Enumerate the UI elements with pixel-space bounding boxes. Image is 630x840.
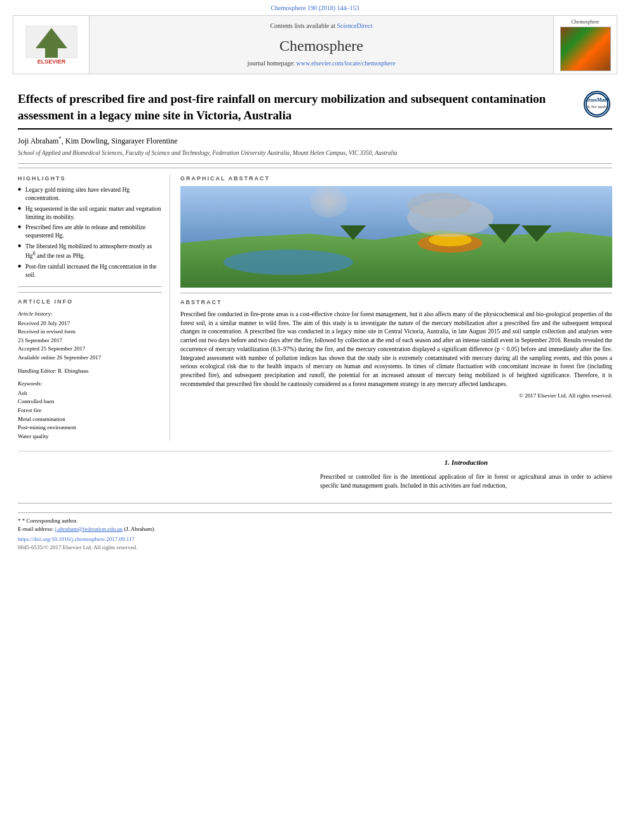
journal-ref-bar: Chemosphere 190 (2018) 144–153 <box>0 0 630 15</box>
email-link[interactable]: j.abraham@federation.edu.au <box>55 526 123 532</box>
authors: Joji Abraham*, Kim Dowling, Singarayer F… <box>18 135 612 147</box>
ga-svg <box>180 186 612 288</box>
intro-section-title: 1. Introduction <box>320 458 612 467</box>
accepted-date: Accepted 25 September 2017 <box>18 345 162 353</box>
svg-text:click for updates: click for updates <box>586 104 608 109</box>
sciencedirect-url[interactable]: ScienceDirect <box>337 22 372 29</box>
corresponding-note: * * Corresponding author. <box>18 517 612 525</box>
abstract-text: Prescribed fire conducted in fire-prone … <box>180 310 612 400</box>
footer-section: * * Corresponding author. E-mail address… <box>18 503 612 551</box>
crossmark-icon: CrossMark click for updates <box>584 91 610 117</box>
intro-left <box>18 458 310 490</box>
contents-label: Contents lists available at <box>270 22 335 29</box>
svg-text:CrossMark: CrossMark <box>586 97 608 103</box>
highlights-label: HIGHLIGHTS <box>18 175 162 183</box>
handling-editor-name: R. Ebinghaus <box>58 368 89 374</box>
keyword-3: Forest fire <box>18 406 162 415</box>
author-names: Joji Abraham*, Kim Dowling, Singarayer F… <box>18 137 177 145</box>
highlight-item-3: Prescribed fires are able to release and… <box>18 223 162 240</box>
main-content: Effects of prescribed fire and post-fire… <box>0 74 630 557</box>
journal-title-header: Chemosphere <box>279 36 363 57</box>
smoke-visual <box>310 186 348 218</box>
publisher-logo-area: ELSEVIER <box>13 16 90 74</box>
affiliation: School of Applied and Biomedical Science… <box>18 149 612 157</box>
svg-text:ELSEVIER: ELSEVIER <box>37 58 65 65</box>
journal-cover-image <box>560 27 611 71</box>
email-line: E-mail address: j.abraham@federation.edu… <box>18 525 612 533</box>
revised-label: Received in revised form <box>18 328 162 336</box>
elsevier-logo-svg: ELSEVIER <box>23 23 80 67</box>
sciencedirect-link: Contents lists available at ScienceDirec… <box>270 22 372 30</box>
header-area: ELSEVIER Contents lists available at Sci… <box>13 15 617 74</box>
svg-point-12 <box>407 192 472 218</box>
two-col-layout: HIGHLIGHTS Legacy gold mining sites have… <box>18 168 612 441</box>
keywords-label: Keywords: <box>18 380 162 388</box>
journal-homepage: journal homepage: www.elsevier.com/locat… <box>247 59 395 68</box>
homepage-url[interactable]: www.elsevier.com/locate/chemosphere <box>297 60 396 67</box>
highlights-list: Legacy gold mining sites have elevated H… <box>18 186 162 279</box>
history-label: Article history: <box>18 310 162 318</box>
article-title-section: Effects of prescribed fire and post-fire… <box>18 84 612 130</box>
issn-line: 0045-6535/© 2017 Elsevier Ltd. All right… <box>18 543 612 552</box>
svg-point-8 <box>224 250 353 275</box>
article-title: Effects of prescribed fire and post-fire… <box>18 91 584 123</box>
homepage-label: journal homepage: <box>247 60 295 67</box>
intro-text: Prescribed or controlled fire is the int… <box>320 473 612 491</box>
journal-cover-area: Chemosphere <box>553 16 617 74</box>
graphical-abstract-image <box>180 186 612 288</box>
keywords-list: Ash Controlled burn Forest fire Metal co… <box>18 389 162 441</box>
doi-link[interactable]: https://doi.org/10.1016/j.chemosphere.20… <box>18 536 135 542</box>
keyword-5: Post-mining environment <box>18 423 162 432</box>
crossmark-badge[interactable]: CrossMark click for updates <box>584 91 612 119</box>
header-center: Contents lists available at ScienceDirec… <box>90 16 553 74</box>
keyword-4: Metal contamination <box>18 415 162 423</box>
divider-2 <box>18 286 162 287</box>
chemosphere-cover-label: Chemosphere <box>572 18 600 25</box>
intro-num: 1. <box>445 458 450 466</box>
article-info-label: ARTICLE INFO <box>18 298 162 306</box>
received-date: Received 20 July 2017 <box>18 319 162 328</box>
highlight-item-4: The liberated Hg mobilized to atmosphere… <box>18 243 162 260</box>
keyword-2: Controlled burn <box>18 397 162 406</box>
highlight-item-1: Legacy gold mining sites have elevated H… <box>18 186 162 203</box>
intro-title: Introduction <box>452 458 488 466</box>
article-history: Article history: Received 20 July 2017 R… <box>18 310 162 362</box>
article-info-section: ARTICLE INFO Article history: Received 2… <box>18 292 162 440</box>
lower-section: 1. Introduction Prescribed or controlled… <box>18 451 612 490</box>
keyword-6: Water quality <box>18 432 162 441</box>
intro-two-col: 1. Introduction Prescribed or controlled… <box>18 458 612 490</box>
footer-divider <box>18 512 612 513</box>
graphical-abstract-label: GRAPHICAL ABSTRACT <box>180 175 612 183</box>
email-person: (J. Abraham). <box>124 526 155 532</box>
copyright-line: © 2017 Elsevier Ltd. All rights reserved… <box>180 392 612 400</box>
email-label: E-mail address: <box>18 526 53 532</box>
footnote-star: * <box>18 517 22 524</box>
abstract-section: ABSTRACT Prescribed fire conducted in fi… <box>180 298 612 400</box>
handling-editor-label: Handling Editor: <box>18 368 57 374</box>
col-right: GRAPHICAL ABSTRACT <box>180 175 612 441</box>
highlight-item-5: Post-fire rainfall increased the Hg conc… <box>18 263 162 279</box>
doi-line: https://doi.org/10.1016/j.chemosphere.20… <box>18 535 612 543</box>
divider-3 <box>180 293 612 293</box>
divider-1 <box>18 163 612 164</box>
journal-ref: Chemosphere 190 (2018) 144–153 <box>271 4 359 11</box>
keyword-1: Ash <box>18 389 162 397</box>
intro-right: 1. Introduction Prescribed or controlled… <box>320 458 612 490</box>
abstract-paragraph: Prescribed fire conducted in fire-prone … <box>180 310 612 389</box>
abstract-label: ABSTRACT <box>180 298 612 307</box>
revised-date: 23 September 2017 <box>18 337 162 345</box>
page-container: Chemosphere 190 (2018) 144–153 ELSEVIER … <box>0 0 630 558</box>
col-left: HIGHLIGHTS Legacy gold mining sites have… <box>18 175 170 441</box>
available-date: Available online 26 September 2017 <box>18 354 162 362</box>
highlight-item-2: Hg sequestered in the soil organic matte… <box>18 205 162 222</box>
keywords-section: Keywords: Ash Controlled burn Forest fir… <box>18 380 162 440</box>
handling-editor: Handling Editor: R. Ebinghaus <box>18 367 162 375</box>
corresponding-text: * Corresponding author. <box>22 517 77 524</box>
